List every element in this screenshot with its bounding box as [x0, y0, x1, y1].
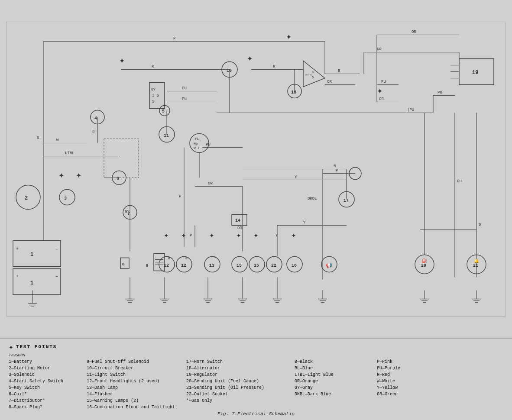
svg-text:W T: W T [194, 146, 200, 150]
legend-item-3-5: 22—Outlet Socket [186, 391, 290, 397]
svg-text:B: B [168, 256, 170, 260]
svg-text:15: 15 [254, 263, 259, 268]
svg-text:🔔: 🔔 [474, 258, 480, 264]
legend-item-2-5: 14—Flasher [87, 391, 182, 397]
svg-text:OR: OR [327, 80, 332, 84]
svg-text:OR: OR [237, 226, 242, 230]
svg-text:22: 22 [271, 263, 276, 268]
legend-item-5-0: P—Pink [377, 359, 429, 365]
legend-item-1-3: 4—Start Safety Switch [9, 378, 82, 384]
svg-text:PU: PU [437, 90, 442, 95]
diagram-area: R R OR GR R R PU PU |PU [0, 0, 512, 338]
svg-text:3: 3 [64, 196, 67, 201]
svg-text:R: R [173, 36, 176, 41]
legend-item-2-2: 11—Light Switch [87, 372, 182, 378]
svg-text:R: R [37, 136, 39, 140]
svg-text:✦: ✦ [253, 233, 259, 239]
svg-text:12: 12 [164, 263, 169, 268]
svg-text:FL: FL [195, 137, 199, 141]
legend-item-3-2: 19—Regulator [186, 372, 290, 378]
legend-item-3-4: 21—Sending Unit (Oil Pressure) [186, 385, 290, 391]
svg-text:2: 2 [25, 195, 28, 201]
svg-text:PU: PU [381, 80, 386, 84]
legend-area: ✦ TEST POINTS T39500N 1—Battery 2—Starti… [0, 338, 512, 420]
svg-text:GR: GR [377, 47, 382, 52]
svg-text:R: R [152, 65, 154, 69]
svg-text:I S: I S [152, 94, 159, 98]
svg-text:Hp: Hp [194, 142, 198, 145]
svg-text:12: 12 [181, 263, 186, 268]
legend-col-2: 9—Fuel Shut-Off Solenoid 10—Circuit Brea… [87, 359, 182, 410]
svg-text:11: 11 [164, 133, 169, 138]
svg-text:G: G [312, 76, 314, 79]
svg-text:16: 16 [292, 263, 297, 268]
svg-text:17: 17 [343, 198, 349, 203]
legend-item-4-5: DKBL—Dark Blue [295, 391, 373, 397]
legend-item-4-4: GY—Gray [295, 385, 373, 391]
svg-text:B: B [334, 164, 336, 168]
svg-text:Y: Y [275, 233, 278, 238]
svg-text:PU: PU [182, 97, 187, 101]
svg-text:+: + [16, 274, 19, 279]
svg-text:📢: 📢 [326, 262, 332, 269]
svg-text:S: S [152, 100, 154, 104]
svg-text:4: 4 [94, 116, 97, 121]
svg-text:R: R [273, 65, 275, 69]
svg-text:19: 19 [472, 70, 478, 76]
legend-item-3-1: 18—Alternator [186, 365, 290, 372]
svg-text:✦: ✦ [76, 172, 81, 180]
svg-text:1: 1 [30, 280, 33, 286]
svg-text:✦: ✦ [58, 172, 64, 180]
legend-item-5-3: W—White [377, 378, 429, 384]
legend-col-1: 1—Battery 2—Starting Motor 3—Solenoid 4—… [9, 359, 82, 410]
svg-text:✦: ✦ [291, 233, 296, 239]
test-point-row: ✦ TEST POINTS [9, 342, 503, 352]
svg-text:8: 8 [122, 262, 124, 267]
svg-text:10: 10 [227, 68, 232, 73]
svg-text:G: G [312, 71, 314, 74]
svg-text:W: W [56, 138, 59, 142]
legend-item-1-2: 3—Solenoid [9, 372, 82, 378]
svg-text:18: 18 [291, 90, 296, 95]
svg-text:✦: ✦ [377, 88, 382, 96]
svg-text:B: B [92, 129, 95, 134]
svg-text:✦: ✦ [209, 233, 214, 239]
svg-text:5: 5 [162, 109, 165, 114]
svg-text:9: 9 [146, 264, 148, 268]
test-point-label: TEST POINTS [16, 344, 57, 349]
svg-text:|PU: |PU [407, 108, 414, 112]
svg-text:GY: GY [151, 87, 156, 91]
svg-text:PU: PU [457, 179, 462, 184]
svg-text:B: B [338, 69, 340, 73]
svg-text:15: 15 [237, 263, 242, 268]
main-container: R R OR GR R R PU PU |PU [0, 0, 512, 420]
svg-text:P: P [179, 194, 181, 199]
model-number: T39500N [9, 353, 503, 358]
legend-item-1-0: 1—Battery [9, 359, 82, 365]
legend-item-2-0: 9—Fuel Shut-Off Solenoid [87, 359, 182, 365]
svg-text:B: B [479, 223, 481, 227]
svg-text:14: 14 [235, 218, 240, 223]
svg-text:–: – [55, 274, 58, 279]
svg-text:OR: OR [208, 181, 213, 186]
legend-item-3-0: 17—Horn Switch [186, 359, 290, 365]
svg-text:1: 1 [30, 252, 33, 258]
legend-item-1-6: 7—Distributor* [9, 398, 82, 404]
legend-item-2-6: 15—Warning Lamps (2) [87, 398, 182, 404]
svg-text:20: 20 [421, 263, 426, 268]
legend-item-2-1: 10—Circuit Breaker [87, 365, 182, 372]
svg-text:✦: ✦ [119, 58, 125, 65]
svg-text:✦: ✦ [236, 233, 241, 239]
legend-col-3: 17—Horn Switch 18—Alternator 19—Regulato… [186, 359, 290, 410]
legend-item-1-5: 6—Coil* [9, 391, 82, 397]
legend-item-1-4: 5—Key Switch [9, 385, 82, 391]
svg-text:DKBL: DKBL [308, 197, 317, 201]
legend-item-1-7: 8—Spark Plug* [9, 404, 82, 410]
legend-item-1-1: 2—Starting Motor [9, 365, 82, 372]
svg-text:13: 13 [209, 263, 214, 268]
legend-item-2-3: 12—Front Headlights (2 used) [87, 378, 182, 384]
schematic-svg: R R OR GR R R PU PU |PU [0, 0, 512, 338]
svg-text:✦: ✦ [247, 55, 253, 63]
svg-text:LTBL: LTBL [65, 151, 75, 155]
svg-text:✦: ✦ [164, 233, 169, 239]
